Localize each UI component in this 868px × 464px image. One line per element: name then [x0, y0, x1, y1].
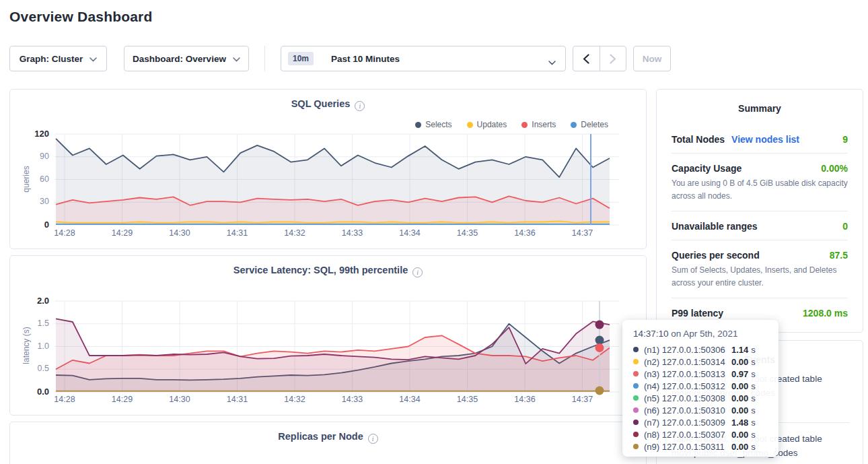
x-axis-tick-label: 14:33 [331, 228, 374, 238]
tooltip-node-value: 0.00 [731, 393, 748, 403]
x-axis-tick-label: 14:34 [388, 395, 431, 404]
x-axis-tick-label: 14:32 [273, 395, 316, 404]
dashboard-select-label: Dashboard: Overview [133, 54, 226, 64]
sql-queries-plot[interactable] [10, 90, 646, 248]
tooltip-node-value: 0.00 [731, 405, 748, 416]
x-axis-tick-label: 14:36 [503, 228, 546, 238]
summary-panel: Summary Total Nodes View nodes list 9 Ca… [656, 89, 863, 333]
tooltip-node-row: (n9) 127.0.0.1:503110.00s [633, 440, 768, 453]
y-axis-tick-label: 1.0 [15, 341, 49, 351]
node-color-dot-icon [633, 347, 639, 352]
y-axis-tick-label: 90 [15, 152, 49, 161]
x-axis-tick-label: 14:37 [561, 395, 604, 404]
summary-label: Queries per second [672, 250, 760, 261]
summary-value: 9 [842, 134, 848, 145]
tooltip-node-address: (n6) 127.0.0.1:50310 [644, 405, 727, 416]
node-color-dot-icon [633, 371, 639, 376]
x-axis-tick-label: 14:37 [561, 228, 604, 238]
tooltip-node-value: 0.00 [731, 430, 748, 440]
summary-label: Total Nodes [672, 134, 725, 145]
x-axis-tick-label: 14:31 [216, 395, 259, 404]
x-axis-tick-label: 14:35 [446, 228, 489, 238]
view-nodes-list-link[interactable]: View nodes list [731, 134, 799, 145]
tooltip-node-unit: s [751, 381, 756, 391]
tooltip-node-row: (n6) 127.0.0.1:503100.00s [633, 404, 768, 416]
now-button-label: Now [643, 54, 662, 64]
page-title: Overview Dashboard [9, 9, 153, 25]
chevron-down-icon [233, 54, 240, 64]
chevron-down-icon [548, 57, 556, 67]
time-step-buttons [573, 46, 626, 71]
graph-select-label: Graph: Cluster [20, 54, 83, 64]
graph-select-dropdown[interactable]: Graph: Cluster [9, 46, 107, 71]
summary-label: Capacity Usage [672, 163, 742, 174]
node-color-dot-icon [633, 432, 639, 437]
summary-row-queries-per-second: Queries per second 87.5 Sum of Selects, … [672, 240, 848, 298]
tooltip-node-address: (n4) 127.0.0.1:50312 [644, 381, 727, 391]
summary-panel-title: Summary [657, 103, 863, 114]
tooltip-node-row: (n2) 127.0.0.1:503140.00s [633, 356, 768, 368]
tooltip-date: on Apr 5th, 2021 [669, 329, 738, 339]
node-color-dot-icon [633, 407, 639, 413]
tooltip-time: 14:37:10 [633, 329, 669, 339]
tooltip-node-unit: s [751, 393, 756, 403]
tooltip-node-address: (n3) 127.0.0.1:50313 [644, 369, 727, 379]
replicas-per-node-chart-card: Replicas per Nodei [9, 422, 647, 464]
node-color-dot-icon [633, 395, 639, 401]
summary-row-capacity-usage: Capacity Usage 0.00% You are using 0 B o… [672, 153, 848, 211]
prev-time-button[interactable] [573, 46, 600, 71]
x-axis-tick-label: 14:30 [158, 395, 201, 404]
tooltip-node-value: 0.00 [731, 381, 748, 391]
tooltip-node-row: (n8) 127.0.0.1:503070.00s [633, 428, 768, 440]
overview-dashboard-page: { "page": { "title": "Overview Dashboard… [0, 0, 868, 464]
tooltip-node-row: (n4) 127.0.0.1:503120.00s [633, 380, 768, 392]
tooltip-node-address: (n9) 127.0.0.1:50311 [644, 442, 727, 452]
chevron-down-icon [89, 54, 97, 64]
tooltip-node-address: (n2) 127.0.0.1:50314 [644, 357, 727, 367]
summary-value: 0.00% [821, 163, 848, 174]
now-button[interactable]: Now [633, 46, 671, 71]
tooltip-node-value: 1.48 [731, 418, 748, 428]
y-axis-tick-label: 120 [15, 129, 49, 139]
tooltip-node-value: 0.00 [731, 357, 748, 367]
time-window-label: Past 10 Minutes [331, 54, 400, 64]
x-axis-tick-label: 14:30 [158, 228, 201, 238]
x-axis-tick-label: 14:32 [273, 228, 316, 238]
next-time-button[interactable] [600, 46, 626, 71]
tooltip-node-unit: s [751, 418, 756, 428]
tooltip-node-unit: s [751, 369, 756, 379]
summary-description: Sum of Selects, Updates, Inserts, and De… [672, 264, 848, 290]
node-color-dot-icon [633, 359, 639, 364]
node-color-dot-icon [633, 444, 639, 449]
summary-description: You are using 0 B of 4.5 GiB usable disk… [672, 177, 848, 203]
y-axis-tick-label: 2.0 [15, 296, 49, 306]
summary-label: Unavailable ranges [672, 221, 758, 232]
time-window-dropdown[interactable]: 10m Past 10 Minutes [281, 46, 566, 71]
tooltip-node-address: (n5) 127.0.0.1:50308 [644, 393, 727, 403]
x-axis-tick-label: 14:35 [446, 395, 489, 404]
tooltip-node-value: 0.97 [731, 369, 748, 379]
tooltip-node-value: 1.14 [731, 345, 748, 355]
summary-row-total-nodes: Total Nodes View nodes list 9 [672, 114, 848, 153]
summary-value: 1208.0 ms [803, 308, 848, 319]
summary-value: 0 [842, 221, 848, 232]
dashboard-select-dropdown[interactable]: Dashboard: Overview [124, 46, 249, 71]
info-icon[interactable]: i [368, 434, 378, 444]
x-axis-tick-label: 14:36 [503, 395, 546, 404]
x-axis-tick-label: 14:33 [331, 395, 374, 404]
service-latency-plot[interactable] [10, 256, 646, 415]
tooltip-node-unit: s [751, 442, 756, 452]
node-color-dot-icon [633, 383, 639, 389]
x-axis-tick-label: 14:28 [43, 395, 86, 404]
y-axis-tick-label: 1.5 [15, 319, 49, 328]
x-axis-tick-label: 14:31 [216, 228, 259, 238]
tooltip-node-row: (n3) 127.0.0.1:503130.97s [633, 368, 768, 380]
chart-title-text: Replicas per Node [278, 431, 363, 442]
tooltip-node-unit: s [751, 405, 756, 416]
summary-label: P99 latency [672, 308, 723, 319]
tooltip-rows: (n1) 127.0.0.1:503061.14s(n2) 127.0.0.1:… [633, 343, 768, 453]
tooltip-node-address: (n7) 127.0.0.1:50309 [644, 418, 727, 428]
x-axis-tick-label: 14:28 [43, 228, 86, 238]
tooltip-node-row: (n5) 127.0.0.1:503080.00s [633, 392, 768, 404]
sql-queries-chart-card: SQL Queriesi SelectsUpdatesInsertsDelete… [9, 89, 647, 249]
